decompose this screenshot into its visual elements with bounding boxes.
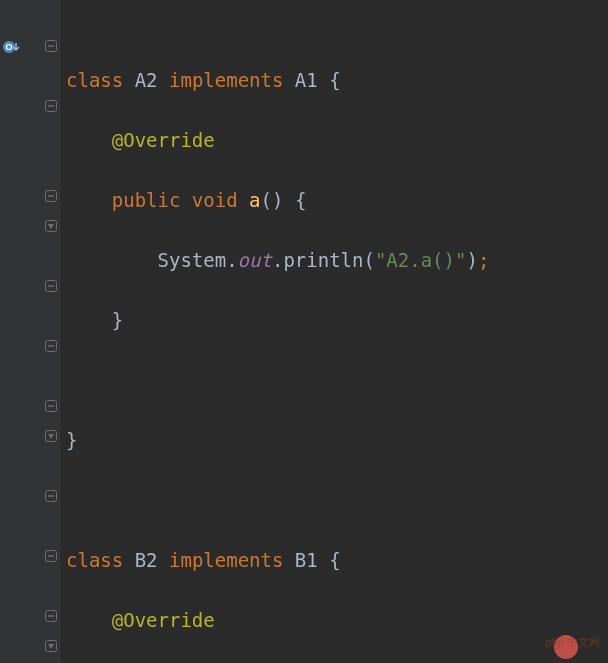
code-line: public void a() { <box>66 185 608 215</box>
code-line: System.out.println("A2.a()"); <box>66 245 608 275</box>
editor-gutter: O <box>0 0 60 663</box>
fold-end-icon[interactable] <box>45 400 57 412</box>
code-editor[interactable]: class A2 implements A1 { @Override publi… <box>60 0 608 663</box>
code-line: } <box>66 305 608 335</box>
fold-end-icon[interactable] <box>45 190 57 202</box>
fold-end-icon[interactable] <box>45 610 57 622</box>
fold-toggle-icon[interactable] <box>45 550 57 562</box>
code-line <box>66 365 608 395</box>
fold-end-icon[interactable] <box>45 430 57 442</box>
code-line: @Override <box>66 605 608 635</box>
code-line: } <box>66 425 608 455</box>
fold-toggle-icon[interactable] <box>45 280 57 292</box>
svg-text:O: O <box>5 42 12 52</box>
fold-toggle-icon[interactable] <box>45 40 57 52</box>
override-marker-icon[interactable]: O <box>2 38 20 56</box>
fold-column <box>43 0 57 663</box>
fold-toggle-icon[interactable] <box>45 490 57 502</box>
watermark-text: php 中文网 <box>546 627 600 657</box>
fold-end-icon[interactable] <box>45 220 57 232</box>
fold-end-icon[interactable] <box>45 640 57 652</box>
code-line: class A2 implements A1 { <box>66 65 608 95</box>
fold-toggle-icon[interactable] <box>45 100 57 112</box>
code-line: class B2 implements B1 { <box>66 545 608 575</box>
code-line <box>66 485 608 515</box>
code-line: @Override <box>66 125 608 155</box>
fold-toggle-icon[interactable] <box>45 340 57 352</box>
